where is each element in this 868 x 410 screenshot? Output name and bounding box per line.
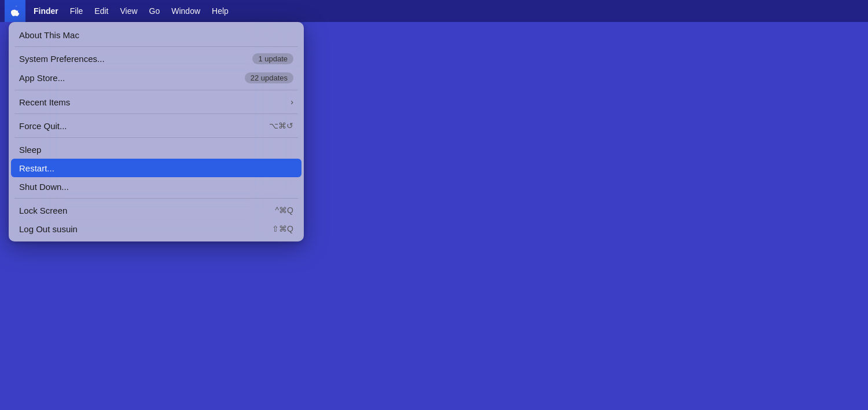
apple-icon (10, 6, 20, 16)
menu-item-about-this-mac[interactable]: About This Mac (9, 25, 304, 44)
menu-item-restart[interactable]: Restart... (11, 159, 301, 177)
menubar: FinderFileEditViewGoWindowHelp (0, 0, 868, 22)
menu-item-lock-screen[interactable]: Lock Screen^⌘Q (9, 201, 304, 219)
menu-item-label-app-store: App Store... (19, 73, 65, 83)
apple-dropdown-menu: About This MacSystem Preferences...1 upd… (9, 22, 304, 241)
menu-item-sleep[interactable]: Sleep (9, 140, 304, 159)
menu-item-label-restart: Restart... (19, 163, 54, 173)
menu-item-right-lock-screen: ^⌘Q (275, 206, 293, 215)
menubar-item-go[interactable]: Go (144, 4, 166, 18)
apple-menu-button[interactable] (5, 0, 25, 22)
menu-item-right-force-quit: ⌥⌘↺ (269, 121, 293, 130)
menu-item-recent-items[interactable]: Recent Items› (9, 93, 304, 111)
menu-item-right-recent-items: › (290, 97, 293, 107)
menu-item-right-log-out: ⇧⌘Q (272, 224, 293, 233)
menu-item-system-preferences[interactable]: System Preferences...1 update (9, 49, 304, 68)
menu-item-badge-system-preferences: 1 update (252, 53, 293, 64)
menubar-item-help[interactable]: Help (206, 4, 234, 18)
menubar-item-window[interactable]: Window (165, 4, 206, 18)
separator-after-about-this-mac (14, 46, 298, 47)
menu-item-right-app-store: 22 updates (245, 72, 293, 83)
menu-item-right-system-preferences: 1 update (252, 53, 293, 64)
menu-item-label-recent-items: Recent Items (19, 97, 70, 107)
menubar-item-view[interactable]: View (114, 4, 143, 18)
menu-item-shut-down[interactable]: Shut Down... (9, 177, 304, 196)
menu-item-label-lock-screen: Lock Screen (19, 206, 67, 215)
separator-after-shut-down (14, 198, 298, 199)
menu-item-app-store[interactable]: App Store...22 updates (9, 68, 304, 87)
menu-item-label-about-this-mac: About This Mac (19, 30, 79, 40)
menu-item-chevron-recent-items: › (290, 97, 293, 107)
separator-after-app-store (14, 90, 298, 90)
menu-item-shortcut-lock-screen: ^⌘Q (275, 206, 293, 215)
menu-item-label-shut-down: Shut Down... (19, 182, 69, 192)
menubar-item-file[interactable]: File (64, 4, 89, 18)
separator-after-force-quit (14, 137, 298, 138)
menu-item-force-quit[interactable]: Force Quit...⌥⌘↺ (9, 116, 304, 135)
separator-after-recent-items (14, 114, 298, 114)
menu-item-shortcut-log-out: ⇧⌘Q (272, 224, 293, 233)
menubar-item-finder[interactable]: Finder (28, 4, 64, 18)
menu-item-badge-app-store: 22 updates (245, 72, 293, 83)
menu-item-log-out[interactable]: Log Out susuin⇧⌘Q (9, 219, 304, 238)
menu-item-shortcut-force-quit: ⌥⌘↺ (269, 121, 293, 130)
menubar-items: FinderFileEditViewGoWindowHelp (28, 4, 234, 18)
menu-item-label-force-quit: Force Quit... (19, 121, 67, 131)
menu-item-label-sleep: Sleep (19, 145, 41, 155)
menu-item-label-system-preferences: System Preferences... (19, 54, 105, 64)
menu-item-label-log-out: Log Out susuin (19, 224, 78, 234)
menubar-item-edit[interactable]: Edit (89, 4, 114, 18)
